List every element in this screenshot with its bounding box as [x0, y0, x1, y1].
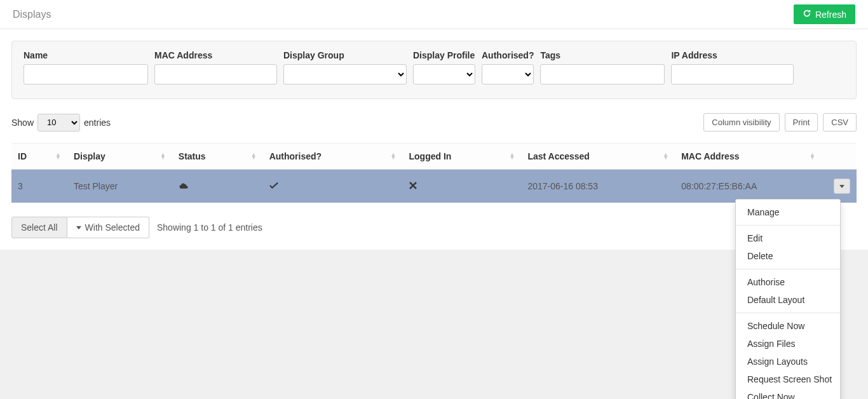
filter-profile: Display Profile: [413, 50, 475, 85]
filter-authorised: Authorised?: [482, 50, 534, 85]
csv-button[interactable]: CSV: [823, 113, 857, 132]
filter-group-label: Display Group: [283, 50, 407, 60]
cell-menu: [822, 170, 857, 203]
menu-manage[interactable]: Manage: [736, 203, 840, 221]
filter-group: Display Group: [283, 50, 407, 85]
page-size-select[interactable]: 10: [37, 114, 80, 132]
col-id[interactable]: ID▲▼: [11, 144, 67, 170]
cell-logged-in: [403, 170, 522, 203]
selection-buttons: Select All With Selected: [11, 217, 149, 238]
sort-icon: ▲▼: [160, 153, 166, 159]
table-controls: Show 10 entries Column visibility Print …: [11, 113, 857, 132]
table-row[interactable]: 3 Test Player 2017-06-16: [11, 170, 857, 203]
mac-input[interactable]: [154, 64, 277, 85]
col-status[interactable]: Status▲▼: [172, 144, 263, 170]
table-footer: Select All With Selected Showing 1 to 1 …: [11, 217, 857, 238]
cell-id: 3: [11, 170, 67, 203]
cell-status: [172, 170, 263, 203]
sort-icon: ▲▼: [663, 153, 668, 159]
with-selected-button[interactable]: With Selected: [67, 217, 149, 238]
col-display[interactable]: Display▲▼: [67, 144, 172, 170]
filter-mac-label: MAC Address: [154, 50, 277, 60]
tags-input[interactable]: [540, 64, 665, 85]
filter-mac: MAC Address: [154, 50, 277, 85]
filter-tags-label: Tags: [540, 50, 665, 60]
caret-down-icon: [839, 185, 844, 188]
filter-name: Name: [24, 50, 148, 85]
col-mac[interactable]: MAC Address▲▼: [675, 144, 822, 170]
displays-table: ID▲▼ Display▲▼ Status▲▼ Authorised?▲▼ Lo…: [11, 143, 857, 203]
filter-panel: Name MAC Address Display Group Display P…: [11, 41, 857, 99]
col-authorised[interactable]: Authorised?▲▼: [263, 144, 403, 170]
table-buttons: Column visibility Print CSV: [703, 113, 857, 132]
check-icon: [269, 181, 278, 191]
show-label-post: entries: [84, 118, 111, 128]
filter-name-label: Name: [24, 50, 148, 60]
cell-mac: 08:00:27:E5:B6:AA: [675, 170, 822, 203]
col-last-accessed[interactable]: Last Accessed▲▼: [521, 144, 675, 170]
filter-ip: IP Address: [671, 50, 794, 85]
entries-summary: Showing 1 to 1 of 1 entries: [157, 222, 262, 233]
sort-icon: ▲▼: [391, 153, 397, 159]
authorised-select[interactable]: [482, 64, 534, 85]
menu-delete[interactable]: Delete: [736, 247, 840, 250]
refresh-label: Refresh: [815, 10, 846, 20]
table-header-row: ID▲▼ Display▲▼ Status▲▼ Authorised?▲▼ Lo…: [11, 144, 857, 170]
filter-authorised-label: Authorised?: [482, 50, 534, 60]
sort-icon: ▲▼: [55, 153, 61, 159]
column-visibility-button[interactable]: Column visibility: [703, 113, 779, 132]
refresh-icon: [803, 9, 811, 20]
row-dropdown-menu: Manage Edit Delete Authorise Default Lay…: [735, 199, 841, 250]
page-title: Displays: [13, 9, 51, 20]
menu-divider: [736, 225, 840, 226]
filter-tags: Tags: [540, 50, 665, 85]
row-menu-button[interactable]: [834, 179, 850, 194]
sort-icon: ▲▼: [251, 153, 257, 159]
cloud-icon: [179, 181, 189, 191]
filter-profile-label: Display Profile: [413, 50, 475, 60]
refresh-button[interactable]: Refresh: [794, 4, 855, 24]
x-icon: [409, 181, 417, 191]
sort-icon: ▲▼: [509, 153, 515, 159]
cell-display: Test Player: [67, 170, 172, 203]
sort-icon: ▲▼: [810, 153, 815, 159]
topbar: Displays Refresh: [0, 0, 868, 29]
col-logged-in[interactable]: Logged In▲▼: [403, 144, 522, 170]
ip-input[interactable]: [671, 64, 794, 85]
caret-down-icon: [76, 226, 81, 229]
name-input[interactable]: [24, 64, 148, 85]
show-label-pre: Show: [11, 118, 34, 128]
show-entries: Show 10 entries: [11, 114, 111, 132]
with-selected-label: With Selected: [85, 222, 140, 233]
select-all-button[interactable]: Select All: [11, 217, 67, 238]
print-button[interactable]: Print: [785, 113, 818, 132]
display-group-select[interactable]: [283, 64, 407, 85]
cell-last-accessed: 2017-06-16 08:53: [521, 170, 675, 203]
col-menu: [822, 144, 857, 170]
filter-ip-label: IP Address: [671, 50, 794, 60]
cell-authorised: [263, 170, 403, 203]
display-profile-select[interactable]: [413, 64, 475, 85]
menu-edit[interactable]: Edit: [736, 229, 840, 247]
